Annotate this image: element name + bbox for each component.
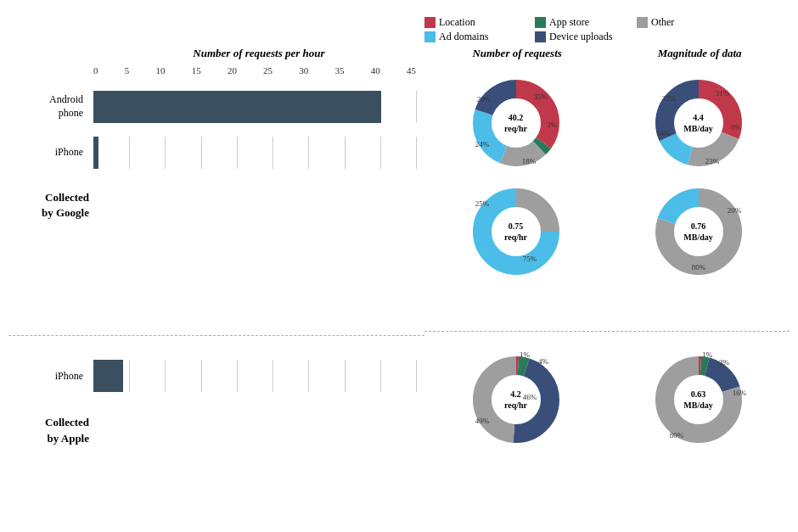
donut-headers: Number of requests Magnitude of data xyxy=(424,47,790,60)
legend: Location App store Other Ad domains Devi… xyxy=(424,16,790,43)
svg-text:4%: 4% xyxy=(538,357,549,366)
iphone-google-magnitude-donut: 80% 20% 0.76 MB/day xyxy=(648,181,750,283)
svg-text:0%: 0% xyxy=(731,123,742,132)
iphone-apple-requests-donut: 1% 4% 46% 49% 4.2 req/hr xyxy=(465,349,567,451)
android-bar-track xyxy=(93,91,416,123)
svg-text:49%: 49% xyxy=(475,417,489,425)
iphone-apple-bar-row: iPhone xyxy=(8,360,424,392)
legend-item-location: Location xyxy=(424,16,526,29)
svg-text:14%: 14% xyxy=(655,129,670,137)
iphone-apple-magnitude-center: 0.63 MB/day xyxy=(683,389,712,411)
iphone-google-requests-donut: 25% 75% 0.75 req/hr xyxy=(465,181,567,283)
android-requests-center: 40.2 req/hr xyxy=(504,112,527,134)
android-magnitude-donut: 31% 0% 23% 14% 32% 4.4 MB/day xyxy=(648,72,750,174)
location-swatch xyxy=(424,17,436,28)
android-requests-donut: 35% 3% 18% 24% 20% 40.2 req/hr xyxy=(465,72,567,174)
iphone-google-bar-fill xyxy=(93,137,98,169)
android-bar-row: Androidphone xyxy=(8,91,424,123)
android-magnitude-center: 4.4 MB/day xyxy=(683,112,712,134)
grid-overlay-3 xyxy=(93,360,416,392)
donut-header-requests: Number of requests xyxy=(472,47,561,60)
svg-text:32%: 32% xyxy=(661,94,676,103)
donut-header-magnitude: Magnitude of data xyxy=(658,47,742,60)
svg-text:20%: 20% xyxy=(727,206,741,215)
svg-text:75%: 75% xyxy=(522,255,537,263)
android-bar-fill xyxy=(93,91,381,123)
android-bar-label: Androidphone xyxy=(8,93,93,120)
appstore-swatch xyxy=(535,17,546,28)
svg-text:25%: 25% xyxy=(475,199,489,208)
svg-text:3%: 3% xyxy=(719,358,730,367)
iphone-apple-donut-row: 1% 4% 46% 49% 4.2 req/hr xyxy=(424,349,790,451)
legend-label-other: Other xyxy=(651,16,674,29)
legend-item-deviceuploads: Device uploads xyxy=(535,31,612,43)
iphone-apple-requests-center: 4.2 req/hr xyxy=(504,389,527,411)
svg-text:18%: 18% xyxy=(521,157,536,165)
iphone-google-requests-center: 0.75 req/hr xyxy=(504,221,527,243)
svg-text:80%: 80% xyxy=(669,431,683,440)
iphone-apple-bar-label: iPhone xyxy=(8,370,93,383)
svg-text:16%: 16% xyxy=(732,389,746,397)
grid-overlay-2 xyxy=(93,137,416,169)
svg-text:31%: 31% xyxy=(715,89,729,98)
bar-chart-panel: Number of requests per hour 0 5 10 15 20… xyxy=(8,47,424,525)
legend-item-appstore: App store xyxy=(535,16,628,29)
legend-item-addomains: Ad domains xyxy=(424,31,526,43)
x-axis-ticks: 0 5 10 15 20 25 30 35 40 45 xyxy=(93,65,416,76)
iphone-google-magnitude-center: 0.76 MB/day xyxy=(683,221,712,243)
main-container: Location App store Other Ad domains Devi… xyxy=(8,8,790,525)
apple-section: Collectedby Apple iPhone xyxy=(8,336,424,524)
google-section-label: Collectedby Google xyxy=(8,190,89,221)
main-content: Number of requests per hour 0 5 10 15 20… xyxy=(8,47,790,525)
iphone-google-bar-label: iPhone xyxy=(8,146,93,159)
svg-text:1%: 1% xyxy=(520,350,531,359)
apple-donut-section: 1% 4% 46% 49% 4.2 req/hr xyxy=(424,332,790,524)
svg-text:24%: 24% xyxy=(475,140,489,148)
apple-section-label: Collectedby Apple xyxy=(8,415,89,445)
legend-label-deviceuploads: Device uploads xyxy=(549,31,612,43)
iphone-apple-magnitude-donut: 1% 3% 16% 80% 0.63 MB/day xyxy=(648,349,750,451)
google-donut-section: 35% 3% 18% 24% 20% 40.2 req/hr xyxy=(424,64,790,333)
addomains-swatch xyxy=(424,31,436,42)
svg-text:1%: 1% xyxy=(702,350,713,359)
iphone-google-donut-row: 25% 75% 0.75 req/hr xyxy=(424,181,790,283)
svg-text:23%: 23% xyxy=(705,157,719,165)
legend-label-appstore: App store xyxy=(549,16,589,29)
svg-text:3%: 3% xyxy=(547,120,558,129)
iphone-google-bar-track xyxy=(93,137,416,169)
other-swatch xyxy=(637,17,648,28)
deviceuploads-swatch xyxy=(535,31,546,42)
iphone-google-bar-row: iPhone xyxy=(8,137,424,169)
legend-item-other: Other xyxy=(637,16,696,29)
iphone-apple-bar-track xyxy=(93,360,416,392)
android-donut-row: 35% 3% 18% 24% 20% 40.2 req/hr xyxy=(424,72,790,174)
google-section: Collectedby Google Androidphone xyxy=(8,76,424,337)
donut-panel: Number of requests Magnitude of data xyxy=(424,47,790,525)
chart-title: Number of requests per hour xyxy=(93,47,424,60)
svg-text:80%: 80% xyxy=(691,263,705,272)
iphone-apple-bar-fill xyxy=(93,360,123,392)
legend-label-location: Location xyxy=(439,16,475,29)
legend-label-addomains: Ad domains xyxy=(439,31,488,43)
svg-text:35%: 35% xyxy=(533,92,548,101)
svg-text:20%: 20% xyxy=(476,95,491,104)
legend-area: Location App store Other Ad domains Devi… xyxy=(8,8,790,43)
